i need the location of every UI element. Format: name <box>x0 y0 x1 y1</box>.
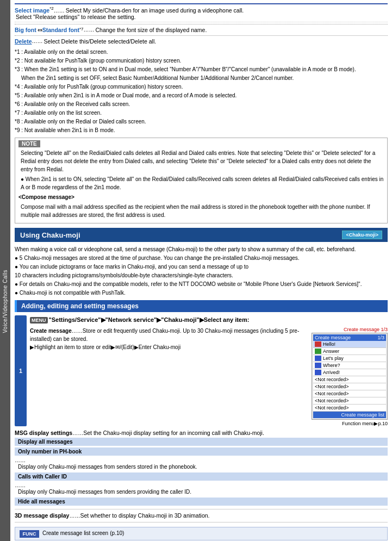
hr-3d <box>15 509 388 509</box>
item-icon-2 <box>315 356 321 361</box>
fn9: *9 : Not available when 2in1 is in B mod… <box>15 126 388 134</box>
option-display-all: Display all messages <box>15 438 388 446</box>
delete-text: Select Delete this/Delete selected/Delet… <box>44 38 157 46</box>
std-font-sup: *7 <box>79 26 84 34</box>
big-font-label: Big font <box>15 26 36 34</box>
setting-3d: 3D message display……Set whether to displ… <box>15 512 388 520</box>
create-message-dots: …… <box>72 328 83 334</box>
func-content: Create message list screen (p.10) <box>42 530 124 536</box>
phone-item-3: Where? <box>313 362 386 369</box>
item-text-3: Where? <box>323 363 340 368</box>
standard-font-label: Standard font <box>42 26 79 34</box>
create-message-highlight: ▶Highlight an item to store or edit▶ <box>30 344 115 350</box>
delete-dots: …… <box>32 38 43 46</box>
item-text-5: <Not recorded> <box>315 377 349 382</box>
3d-label: 3D message display <box>15 512 69 519</box>
menu-icon: MENU <box>30 317 48 324</box>
phone-screen-title: Create message 1/3 <box>313 334 386 341</box>
step-content: MENU"Settings/Service"▶"Network service"… <box>30 315 388 426</box>
option-hide-all: Hide all messages <box>15 498 388 506</box>
chaku-banner-title: Using Chaku-moji <box>20 231 80 239</box>
sep2 <box>15 35 388 36</box>
chaku-banner: Using Chaku-moji <Chaku-moji> <box>15 228 388 242</box>
chaku-line4: 10 characters including pictograms/symbo… <box>15 271 388 279</box>
step-number: 1 <box>15 315 27 426</box>
item-text-1: Answer <box>323 349 339 354</box>
select-image-row: Select image*2……Select My side/Chara-den… <box>15 3 388 22</box>
caller-id-dots: …… <box>15 482 26 488</box>
option-caller-id: Calls with Caller ID…… Display only Chak… <box>15 472 388 496</box>
step-left: Create message……Store or edit frequently… <box>30 327 308 426</box>
chaku-line2: ● 5 Chaku-moji messages are stored at th… <box>15 254 388 262</box>
fn6: *6 : Available only on the Received call… <box>15 100 388 108</box>
phone-item-6: <Not recorded> <box>313 383 386 390</box>
step-right: Create message 1/3 Create message 1/3 He… <box>312 327 388 426</box>
big-font-row: Big font ⇔ Standard font*7……Change the f… <box>15 26 388 34</box>
top-entries: Select image*2……Select My side/Chara-den… <box>15 3 388 46</box>
chaku-banner-tag: <Chaku-moji> <box>342 231 382 239</box>
hr-func <box>15 522 388 523</box>
compose-bullet: Compose mail with a mail address specifi… <box>21 203 384 219</box>
select-image-dots: …… <box>54 8 65 14</box>
caller-id-desc: Display only Chaku-moji messages from se… <box>18 488 388 496</box>
phone-item-2: Let's play <box>313 355 386 362</box>
phone-item-7: <Not recorded> <box>313 390 386 397</box>
big-font-arrow: ⇔ <box>38 26 42 34</box>
phone-screen-bottom: Create message list <box>313 412 386 418</box>
function-menu-ref: Function menu▶p.10 <box>312 421 388 426</box>
option-ph-book: Only number in PH-book…… Display only Ch… <box>15 447 388 471</box>
func-page-ref: (p.10) <box>110 530 124 536</box>
fn3: *3 : When the 2in1 setting is set to ON … <box>15 65 388 73</box>
delete-label: Delete <box>15 38 32 46</box>
create-msg-label: Create message 1/3 <box>312 327 388 332</box>
chaku-line6: ● Chaku-moji is not compatible with Push… <box>15 289 388 297</box>
note-box: NOTE Selecting "Delete all" on the Redia… <box>15 138 388 223</box>
phone-item-0: Hello! <box>313 341 386 348</box>
std-font-text: Change the font size of the displayed na… <box>95 26 207 34</box>
item-text-8: <Not recorded> <box>315 398 349 403</box>
item-text-9: <Not recorded> <box>315 405 349 411</box>
main-content: Select image*2……Select My side/Chara-den… <box>10 0 392 541</box>
msg-settings: MSG display settings……Set the Chaku-moji… <box>15 430 388 506</box>
std-font-dots: …… <box>83 26 94 34</box>
option-caller-id-label: Calls with Caller ID <box>15 472 388 481</box>
fn1: *1 : Available only on the detail screen… <box>15 48 388 56</box>
item-icon-4 <box>315 370 321 375</box>
sidebar-tab: Voice/Videophone Calls <box>0 0 10 541</box>
msg-settings-label: MSG display settings <box>15 430 72 436</box>
ph-book-desc: Display only Chaku-moji messages from se… <box>18 463 388 471</box>
fn5: *5 : Available only when 2in1 is in A mo… <box>15 91 388 100</box>
item-text-6: <Not recorded> <box>315 384 349 389</box>
phone-page: 1/3 <box>377 335 384 340</box>
select-image-note: Select "Release settings" to release the… <box>16 14 136 20</box>
step1-section: 1 MENU"Settings/Service"▶"Network servic… <box>15 315 388 426</box>
select-image-sup: *2 <box>49 6 54 11</box>
chaku-line3: ● You can include pictograms or face mar… <box>15 263 388 271</box>
fn2: *2 : Not available for PushTalk (group c… <box>15 57 388 65</box>
sep1 <box>15 24 388 24</box>
func-title: Create message list screen <box>42 530 108 536</box>
phone-title-text: Create message <box>315 335 351 340</box>
msg-settings-dots: …… <box>72 430 83 436</box>
note-bullet-2: ● When 2in1 is set to ON, selecting "Del… <box>21 175 384 191</box>
item-icon-1 <box>315 349 321 354</box>
item-text-2: Let's play <box>323 356 344 361</box>
item-text-0: Hello! <box>323 341 335 347</box>
ph-book-dots: …… <box>15 457 26 463</box>
select-image-label: Select image <box>15 7 49 14</box>
footnotes-section: *1 : Available only on the detail screen… <box>15 48 388 134</box>
delete-row: Delete……Select Delete this/Delete select… <box>15 38 388 46</box>
phone-item-9: <Not recorded> <box>313 405 386 412</box>
edit-icon: ✉/ <box>115 344 121 350</box>
chaku-intro: When making a voice call or videophone c… <box>15 245 388 297</box>
fn8: *8 : Available only on the Redial or Dia… <box>15 117 388 126</box>
3d-dots: …… <box>69 513 80 519</box>
phone-screen: Create message 1/3 Hello! Answer <box>312 333 388 420</box>
chaku-line5: ● For details on Chaku-moji and the comp… <box>15 280 388 288</box>
phone-item-5: <Not recorded> <box>313 376 386 383</box>
func-tag: FUNC <box>20 530 39 538</box>
option-ph-book-label: Only number in PH-book <box>15 447 388 456</box>
step-instruction: "Settings/Service"▶"Network service"▶"Ch… <box>49 316 250 323</box>
msg-settings-desc: Set the Chaku-moji display setting for a… <box>83 430 264 436</box>
edit-label: (Edit)▶Enter Chaku-moji <box>121 344 181 350</box>
